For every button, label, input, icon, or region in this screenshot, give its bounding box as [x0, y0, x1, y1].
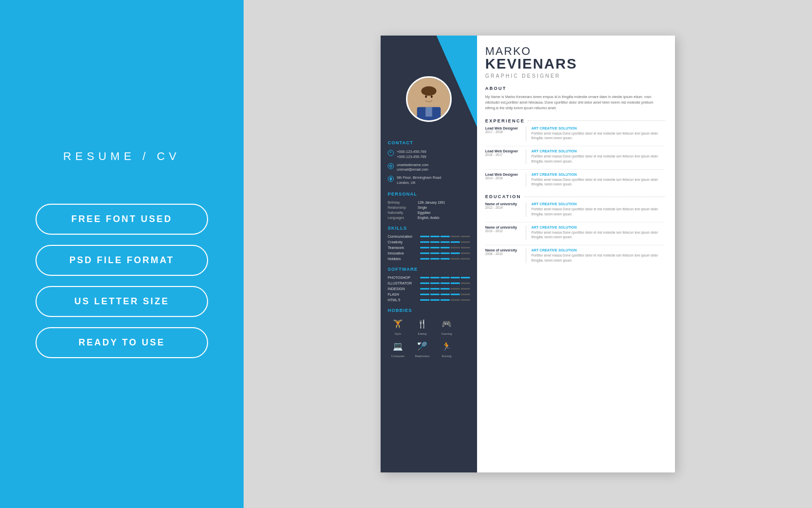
- entry-company: ART CREATIVE SOLUTION: [531, 202, 665, 206]
- right-panel: CONTACT +000-123-456-789 +000-123-456-78…: [244, 0, 812, 508]
- entry-position: Lead Web Designer: [485, 126, 521, 130]
- software-bar-segment: [461, 294, 470, 295]
- software-bar-segment: [430, 299, 439, 301]
- software-bars: [420, 282, 470, 284]
- entry-date: 2017 - 2018: [485, 130, 521, 134]
- entry-position: Name of university: [485, 202, 521, 206]
- contact-web: urwebsitename.com uremail@email.com: [388, 163, 470, 173]
- skill-bar-segment: [430, 252, 439, 254]
- avatar: [406, 76, 452, 122]
- hobby-label: Gaming: [441, 332, 452, 335]
- resume-job-title: GRAPHIC DESIGNER: [485, 73, 665, 79]
- entry-item: Name of university2008 - 2010ART CREATIV…: [485, 248, 665, 263]
- entry-company: ART CREATIVE SOLUTION: [531, 226, 665, 229]
- skill-bar-segment: [461, 247, 470, 248]
- about-text: My Name Is Marbo Kevienars lorem empus i…: [485, 94, 665, 111]
- hobby-item: 🍴Eating: [412, 317, 432, 335]
- skill-bar-segment: [461, 252, 470, 254]
- experience-list: Lead Web Designer2017 - 2018ART CREATIVE…: [485, 126, 665, 187]
- phone-icon: [388, 150, 394, 156]
- hobby-label: Runing: [442, 355, 451, 358]
- education-section-title: EDUCATION: [485, 194, 665, 199]
- hobby-item: 🎮Gaming: [436, 317, 457, 335]
- hobby-icon: 🏃: [439, 339, 454, 354]
- relationship-label: Relationship: [388, 206, 416, 209]
- resume-cv-label: RESUME / CV: [63, 150, 180, 163]
- skill-bar-segment: [441, 236, 450, 237]
- software-bar-segment: [441, 299, 450, 301]
- contact-address: 6th Floor, Birmingham Road London, UK: [388, 175, 470, 185]
- skill-row: Creativity: [388, 240, 470, 244]
- contact-section-title: CONTACT: [388, 140, 470, 145]
- divider-line: [485, 169, 665, 170]
- hobby-item: 🏃Runing: [436, 339, 457, 358]
- skill-bar-segment: [420, 258, 429, 260]
- software-list: PHOTOSHOPILLUSTRATORINDESIGNFLASHHTML 5: [388, 276, 470, 302]
- birthday-value: 12th January 1991: [418, 201, 445, 204]
- software-row: HTML 5: [388, 298, 470, 302]
- svg-point-11: [390, 178, 391, 179]
- us-letter-button[interactable]: US LETTER SIZE: [36, 286, 208, 317]
- contact-phone-text: +000-123-456-789 +000-123-456-789: [397, 149, 426, 160]
- skill-bar-segment: [420, 236, 429, 237]
- entry-date-col: Lead Web Designer2014 - 2016: [485, 173, 521, 187]
- ready-to-use-button[interactable]: READY TO USE: [36, 327, 208, 358]
- free-font-button[interactable]: FREE FONT USED: [36, 204, 208, 235]
- entry-divider: [526, 126, 526, 141]
- feature-buttons-list: FREE FONT USED PSD FILE FORMAT US LETTER…: [36, 204, 208, 358]
- personal-section-title: PERSONAL: [388, 192, 470, 197]
- software-bars: [420, 277, 470, 278]
- software-row: INDESIGN: [388, 287, 470, 291]
- psd-format-button[interactable]: PSD FILE FORMAT: [36, 245, 208, 276]
- skill-name: Innovative: [388, 251, 404, 255]
- skill-row: Communication: [388, 235, 470, 238]
- skill-bar-segment: [441, 252, 450, 254]
- software-bar-segment: [451, 282, 460, 284]
- entry-content: ART CREATIVE SOLUTIONPorttitor amet mass…: [531, 149, 665, 164]
- entry-content: ART CREATIVE SOLUTIONPorttitor amet mass…: [531, 173, 665, 187]
- skill-bar-segment: [451, 247, 460, 248]
- entry-position: Name of university: [485, 226, 521, 229]
- software-bar-segment: [451, 294, 460, 295]
- hobbies-grid: 🏋Gym🍴Eating🎮Gaming💻Computer🏸Badminton🏃Ru…: [388, 317, 470, 358]
- web-icon: [388, 163, 394, 169]
- birthday-label: Birthday: [388, 201, 416, 204]
- skill-bars: [420, 247, 470, 248]
- skill-bar-segment: [420, 247, 429, 248]
- skill-bar-segment: [430, 247, 439, 248]
- nationality-label: Nationality: [388, 211, 416, 214]
- hobby-label: Computer: [391, 355, 404, 358]
- software-bar-segment: [451, 288, 460, 290]
- personal-table: Birthday 12th January 1991 Relationship …: [388, 201, 470, 219]
- skill-bar-segment: [420, 252, 429, 254]
- dots-line-edu: [524, 197, 665, 197]
- entry-content: ART CREATIVE SOLUTIONPorttitor amet mass…: [531, 202, 665, 217]
- entry-divider: [526, 226, 526, 240]
- entry-date: 2008 - 2010: [485, 252, 521, 256]
- resume-main: MARKO KEVIENARS GRAPHIC DESIGNER ABOUT M…: [477, 36, 675, 472]
- entry-position: Lead Web Designer: [485, 173, 521, 176]
- skill-row: Innovative: [388, 251, 470, 255]
- entry-date: 2016 - 2017: [485, 153, 521, 156]
- software-bar-segment: [461, 288, 470, 290]
- software-bar-segment: [420, 294, 429, 295]
- nationality-value: Egyptian: [418, 211, 430, 214]
- skill-bar-segment: [430, 236, 439, 237]
- entry-divider: [526, 202, 526, 217]
- software-name: PHOTOSHOP: [388, 276, 411, 279]
- software-bar-segment: [451, 299, 460, 301]
- entry-desc: Porttitor amet massa Done cporttitor dol…: [531, 154, 665, 164]
- entry-date-col: Name of university2010 - 2012: [485, 226, 521, 240]
- hobby-icon: 🍴: [415, 317, 429, 331]
- entry-position: Name of university: [485, 248, 521, 252]
- entry-date-col: Name of university2008 - 2010: [485, 248, 521, 263]
- contact-web-text: urwebsitename.com uremail@email.com: [397, 163, 429, 173]
- skills-section-title: SKILLS: [388, 226, 470, 231]
- entry-date: 2010 - 2012: [485, 229, 521, 233]
- contact-address-text: 6th Floor, Birmingham Road London, UK: [397, 175, 441, 185]
- entry-company: ART CREATIVE SOLUTION: [531, 248, 665, 252]
- software-bar-segment: [420, 288, 429, 290]
- resume-document: CONTACT +000-123-456-789 +000-123-456-78…: [381, 36, 675, 472]
- languages-label: Languages: [388, 216, 416, 219]
- software-bars: [420, 288, 470, 290]
